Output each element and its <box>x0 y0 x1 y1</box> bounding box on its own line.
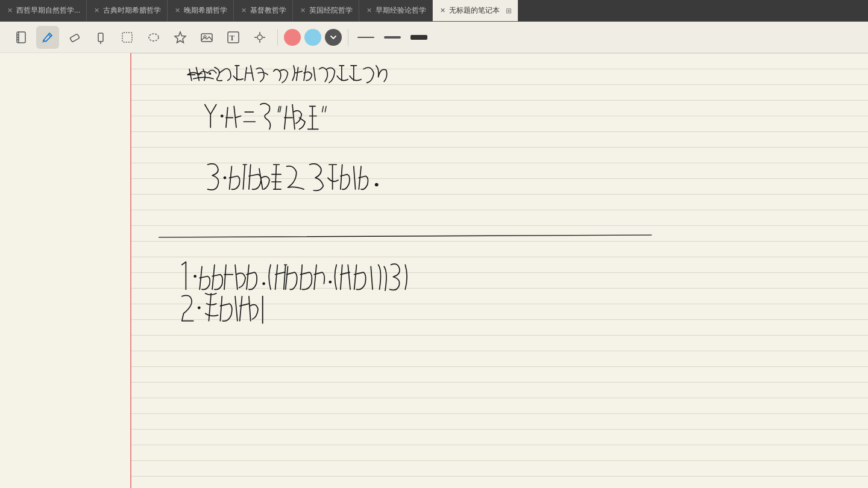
close-icon[interactable]: ✕ <box>7 7 13 14</box>
note-content[interactable] <box>131 53 868 488</box>
svg-point-29 <box>198 306 201 309</box>
close-icon[interactable]: ✕ <box>300 7 306 14</box>
notebook-tool[interactable] <box>10 26 33 49</box>
ruled-line <box>131 100 868 101</box>
close-icon[interactable]: ✕ <box>175 7 180 14</box>
ruled-line <box>131 163 868 163</box>
tab-christian[interactable]: ✕ 基督教哲学 <box>234 0 293 21</box>
ruled-line <box>131 272 868 273</box>
ruled-line <box>131 429 868 430</box>
lasso-tool[interactable] <box>142 26 165 49</box>
color-blue[interactable] <box>304 29 321 46</box>
ruled-line <box>131 319 868 320</box>
tab-label: 英国经院哲学 <box>309 5 353 16</box>
shape-select-icon <box>121 31 134 44</box>
color-pink[interactable] <box>284 29 301 46</box>
svg-point-10 <box>149 34 159 41</box>
ruled-line <box>131 241 868 242</box>
ruled-line <box>131 445 868 445</box>
svg-point-27 <box>262 282 265 285</box>
expand-icon[interactable]: ⊞ <box>506 7 512 15</box>
svg-point-16 <box>257 35 262 40</box>
ruled-line <box>131 147 868 148</box>
svg-text:T: T <box>230 34 234 42</box>
pointer-tool[interactable] <box>248 26 271 49</box>
image-icon <box>200 31 213 44</box>
tab-british[interactable]: ✕ 英国经院哲学 <box>293 0 359 21</box>
tab-label: 古典时期希腊哲学 <box>103 5 161 16</box>
ruled-line <box>131 53 868 54</box>
close-icon[interactable]: ✕ <box>440 7 445 14</box>
color-dropdown[interactable] <box>325 29 342 46</box>
image-tool[interactable] <box>195 26 218 49</box>
ruled-line <box>131 382 868 383</box>
svg-rect-9 <box>122 33 132 42</box>
tab-untitled[interactable]: ✕ 无标题的笔记本 ⊞ <box>433 0 518 21</box>
ruled-line <box>131 194 868 195</box>
close-icon[interactable]: ✕ <box>366 7 372 14</box>
tab-late-greek[interactable]: ✕ 晚期希腊哲学 <box>168 0 234 21</box>
svg-rect-6 <box>70 34 80 42</box>
ruled-line <box>131 131 868 132</box>
svg-rect-7 <box>98 33 103 42</box>
note-area <box>0 53 868 488</box>
ruled-line <box>131 304 868 304</box>
ruled-line <box>131 335 868 336</box>
medium-stroke-line <box>384 36 401 39</box>
left-margin <box>0 53 131 488</box>
tab-bar: ✕ 西哲早期自然哲学... ✕ 古典时期希腊哲学 ✕ 晚期希腊哲学 ✕ 基督教哲… <box>0 0 868 22</box>
ruled-line <box>131 116 868 116</box>
highlighter-tool[interactable] <box>89 26 112 49</box>
close-icon[interactable]: ✕ <box>241 7 247 14</box>
tab-classical-greek[interactable]: ✕ 古典时期希腊哲学 <box>87 0 168 21</box>
ruled-line <box>131 210 868 210</box>
star-icon <box>174 31 187 44</box>
tab-label: 基督教哲学 <box>250 5 286 16</box>
ruled-line <box>131 257 868 257</box>
toolbar: T <box>0 22 868 53</box>
text-icon: T <box>227 31 240 44</box>
svg-line-25 <box>159 235 652 237</box>
ruled-line <box>131 398 868 398</box>
lasso-icon <box>147 31 160 44</box>
svg-marker-11 <box>175 32 186 43</box>
ruled-line <box>131 366 868 367</box>
stroke-thin[interactable] <box>354 29 377 46</box>
separator-2 <box>348 29 348 46</box>
tab-west-early[interactable]: ✕ 西哲早期自然哲学... <box>0 0 87 21</box>
stroke-thick[interactable] <box>407 29 430 46</box>
tab-label: 晚期希腊哲学 <box>184 5 227 16</box>
ruled-line <box>131 69 868 69</box>
ruled-line <box>131 225 868 226</box>
svg-point-28 <box>329 281 332 284</box>
svg-point-21 <box>209 72 211 75</box>
stroke-medium[interactable] <box>381 29 404 46</box>
ruled-line <box>131 84 868 85</box>
close-icon[interactable]: ✕ <box>94 7 99 14</box>
highlighter-icon <box>94 31 107 44</box>
ruled-line <box>131 178 868 179</box>
chevron-down-icon <box>329 33 338 42</box>
text-tool[interactable]: T <box>222 26 245 49</box>
thin-stroke-line <box>357 37 374 38</box>
notebook-icon <box>14 31 28 44</box>
ruled-line <box>131 288 868 289</box>
svg-rect-12 <box>201 34 212 42</box>
ruled-line <box>131 351 868 351</box>
svg-point-26 <box>193 275 197 278</box>
tab-empiricism[interactable]: ✕ 早期经验论哲学 <box>359 0 433 21</box>
svg-point-24 <box>375 183 379 187</box>
tab-label: 早期经验论哲学 <box>376 5 426 16</box>
handwriting-layer <box>131 53 868 488</box>
favorite-tool[interactable] <box>169 26 192 49</box>
shape-select-tool[interactable] <box>116 26 139 49</box>
separator-1 <box>277 29 278 46</box>
thick-stroke-line <box>410 35 427 40</box>
ruled-line <box>131 413 868 414</box>
tab-label: 西哲早期自然哲学... <box>16 5 80 16</box>
eraser-icon <box>68 31 81 44</box>
pen-tool[interactable] <box>36 26 59 49</box>
eraser-tool[interactable] <box>63 26 86 49</box>
tab-label: 无标题的笔记本 <box>449 5 500 16</box>
pen-icon <box>41 31 54 44</box>
